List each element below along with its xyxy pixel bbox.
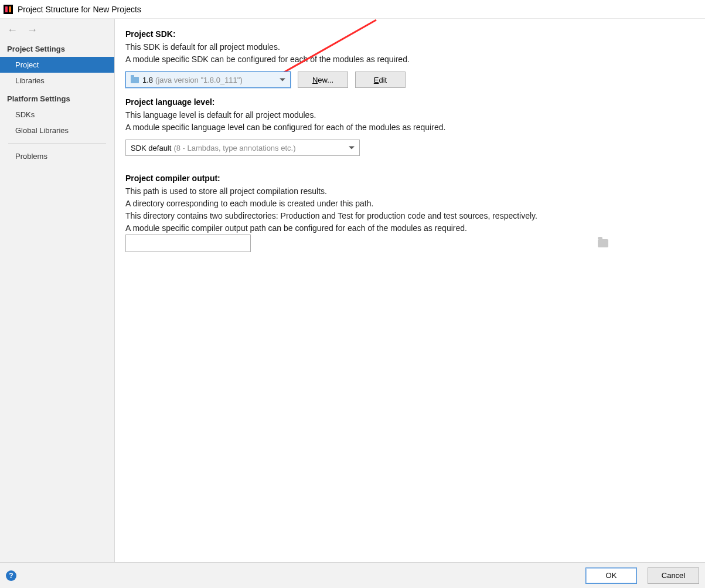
titlebar: Project Structure for New Projects	[0, 0, 705, 19]
sdk-combo-secondary: (java version "1.8.0_111")	[155, 76, 243, 84]
cancel-button[interactable]: Cancel	[648, 567, 699, 584]
output-desc-2: A directory corresponding to each module…	[125, 198, 694, 210]
back-arrow-icon[interactable]: ←	[7, 25, 18, 35]
language-level-combo[interactable]: SDK default (8 - Lambdas, type annotatio…	[125, 140, 360, 156]
nav-arrows: ← →	[0, 19, 114, 39]
output-desc-4: A module specific compiler output path c…	[125, 222, 694, 234]
lang-desc-2: A module specific language level can be …	[125, 121, 694, 134]
ok-button[interactable]: OK	[585, 567, 637, 584]
main-content: Project SDK: This SDK is default for all…	[115, 19, 705, 562]
sdk-desc-1: This SDK is default for all project modu…	[125, 41, 694, 53]
section-header-project-settings: Project Settings	[0, 39, 114, 57]
output-desc-1: This path is used to store all project c…	[125, 185, 694, 198]
compiler-output-input[interactable]	[125, 234, 251, 252]
sdk-combo[interactable]: 1.8 (java version "1.8.0_111")	[125, 72, 291, 88]
lang-section-title: Project language level:	[125, 97, 694, 107]
sidebar-separator	[8, 143, 106, 144]
output-section-title: Project compiler output:	[125, 174, 694, 183]
footer: ? OK Cancel	[0, 562, 705, 588]
lang-combo-primary: SDK default	[131, 144, 171, 152]
sdk-combo-primary: 1.8	[142, 76, 153, 84]
output-desc-3: This directory contains two subdirectori…	[125, 210, 694, 222]
sidebar: ← → Project Settings Project Libraries P…	[0, 19, 115, 562]
sidebar-item-sdks[interactable]: SDKs	[0, 107, 114, 123]
help-icon[interactable]: ?	[6, 570, 16, 581]
forward-arrow-icon[interactable]: →	[27, 25, 38, 35]
lang-combo-secondary: (8 - Lambdas, type annotations etc.)	[173, 144, 295, 152]
sdk-section-title: Project SDK:	[125, 29, 694, 39]
sidebar-item-libraries[interactable]: Libraries	[0, 73, 114, 89]
sidebar-item-global-libraries[interactable]: Global Libraries	[0, 123, 114, 138]
sdk-new-label: New...	[312, 76, 333, 84]
sdk-edit-button[interactable]: Edit	[355, 72, 406, 88]
sdk-edit-label: Edit	[374, 76, 387, 84]
browse-folder-icon[interactable]	[598, 239, 608, 247]
app-icon	[4, 5, 13, 14]
folder-icon	[131, 77, 139, 83]
lang-desc-1: This language level is default for all p…	[125, 109, 694, 121]
sidebar-item-project[interactable]: Project	[0, 57, 114, 73]
sdk-desc-2: A module specific SDK can be configured …	[125, 53, 694, 66]
sidebar-item-problems[interactable]: Problems	[0, 148, 114, 164]
section-header-platform-settings: Platform Settings	[0, 89, 114, 107]
sdk-new-button[interactable]: New...	[298, 72, 348, 88]
window-title: Project Structure for New Projects	[18, 5, 141, 14]
